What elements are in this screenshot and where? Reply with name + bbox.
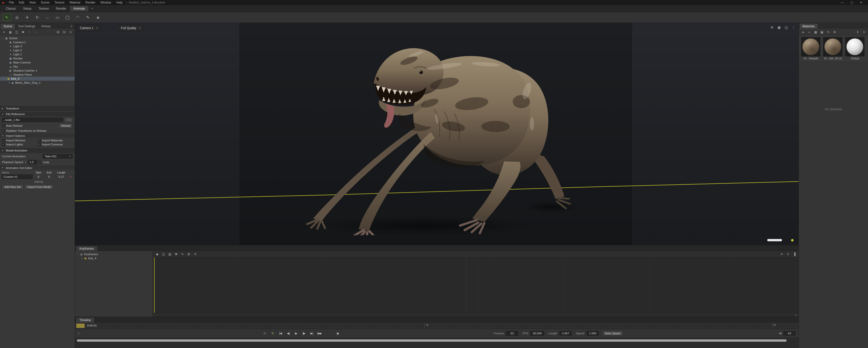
- collapse-all-icon[interactable]: ⊟: [63, 30, 66, 34]
- add-key-icon[interactable]: ◆: [155, 252, 159, 256]
- move-up-icon[interactable]: ↑: [28, 30, 31, 34]
- delete-key-icon[interactable]: ✖: [174, 252, 178, 256]
- menu-material[interactable]: Material: [67, 1, 83, 5]
- duplicate-icon[interactable]: ◫: [15, 30, 19, 34]
- visibility-icon[interactable]: ◦: [69, 82, 70, 84]
- rotate-tool[interactable]: ↻: [33, 14, 41, 21]
- keyframes-root-item[interactable]: − ▤ Keyframes: [75, 252, 153, 256]
- visibility-icon[interactable]: ◦: [69, 57, 70, 60]
- expander-icon[interactable]: +: [8, 82, 11, 84]
- tab-keyframes[interactable]: Keyframes: [76, 246, 97, 251]
- visibility-icon[interactable]: ◦: [69, 41, 70, 44]
- checker-icon[interactable]: ▦: [814, 30, 817, 34]
- lock-icon[interactable]: ◦: [72, 69, 73, 72]
- tree-item-light-3[interactable]: ☀ Light 3 ◦◦: [0, 44, 75, 48]
- trim-button[interactable]: ✂: [261, 330, 268, 336]
- tree-item-kick-4[interactable]: − ▣ kick_4 ◦◦: [0, 76, 75, 81]
- material-item[interactable]: Default: [845, 37, 865, 60]
- preview-sphere-icon[interactable]: ◐: [808, 30, 811, 34]
- curve-editor-icon[interactable]: ✎: [181, 252, 184, 256]
- tree-item-shadow-catcher[interactable]: ◧ Shadow Catcher 1 ◦◦: [0, 68, 75, 72]
- set-start-value[interactable]: 0: [34, 175, 43, 178]
- minimize-button[interactable]: —: [841, 1, 844, 4]
- reload-button[interactable]: Reload: [59, 123, 73, 128]
- close-button[interactable]: ✕: [860, 1, 862, 4]
- lock-icon[interactable]: ◦: [72, 73, 73, 76]
- loop-checkbox[interactable]: ✓ Loop: [39, 161, 49, 164]
- quality-select[interactable]: Full Quality ▾: [118, 25, 144, 31]
- import-from-model-button[interactable]: Import From Model: [25, 185, 53, 189]
- viewport-settings-icon[interactable]: ⚙: [771, 26, 774, 29]
- lock-icon[interactable]: ◦: [72, 65, 73, 68]
- frame-numbers-icon[interactable]: #: [786, 252, 790, 256]
- drag-tool[interactable]: ◎: [13, 14, 21, 21]
- delete-icon[interactable]: ✖: [21, 30, 25, 34]
- import-cameras-checkbox[interactable]: ✓ Import Cameras: [38, 143, 73, 146]
- fbx-path-input[interactable]: ../walk_1.fbx: [2, 118, 63, 122]
- import-materials-checkbox[interactable]: ✓ Import Materials: [38, 139, 73, 142]
- tab-scene[interactable]: Scene: [1, 24, 15, 29]
- transform-section-header[interactable]: ▶ Transform: [0, 106, 75, 111]
- visibility-icon[interactable]: ◦: [69, 73, 70, 76]
- animation-set-editor-header[interactable]: ▼ Animation Set Editor: [0, 166, 75, 170]
- loop-button[interactable]: ↻: [269, 330, 276, 336]
- view-scale-indicator[interactable]: [767, 239, 782, 241]
- visibility-icon[interactable]: ◦: [69, 45, 70, 48]
- timeline-ruler[interactable]: 0:00.01 1s 2s: [75, 323, 799, 329]
- lasso-tool[interactable]: ◠: [73, 14, 82, 21]
- auto-reload-checkbox[interactable]: ✓ Auto-Reload: [2, 124, 22, 127]
- expander-icon[interactable]: +: [81, 257, 84, 260]
- play-fast-button[interactable]: ▶▶: [316, 330, 323, 336]
- refresh-materials-icon[interactable]: ↻: [827, 30, 830, 34]
- tab-materials[interactable]: Materials: [800, 24, 818, 29]
- import-meshes-checkbox[interactable]: ✓ Import Meshes: [2, 139, 37, 142]
- marquee-rect-tool[interactable]: ▭: [53, 14, 62, 21]
- material-list-view-icon[interactable]: ≡: [862, 30, 866, 34]
- import-lights-checkbox[interactable]: ✓ Import Lights: [2, 143, 37, 146]
- menu-view[interactable]: View: [27, 1, 38, 5]
- set-end-value[interactable]: 5: [44, 175, 54, 178]
- material-item[interactable]: 01 - Def...82 (1): [823, 37, 843, 60]
- bake-speed-button[interactable]: Bake Speed: [602, 331, 623, 336]
- visibility-icon[interactable]: ◦: [69, 37, 70, 40]
- marquee-ellipse-tool[interactable]: ◯: [63, 14, 72, 21]
- tree-item-scene[interactable]: − ▦ Scene ◦◦: [0, 36, 75, 40]
- menu-help[interactable]: Help: [114, 1, 125, 5]
- visibility-icon[interactable]: ◦: [69, 65, 70, 68]
- snap-keys-icon[interactable]: ⊞: [187, 252, 191, 256]
- keyframes-item-kick-4[interactable]: + ▣ kick_4: [75, 256, 153, 260]
- scale-tool[interactable]: ↔: [43, 14, 52, 21]
- playback-speed-input[interactable]: 1.0: [28, 160, 37, 164]
- workspace-tab-setup[interactable]: Setup: [20, 6, 35, 11]
- menu-scene[interactable]: Scene: [38, 1, 52, 5]
- end-frame-value[interactable]: 62: [783, 331, 796, 336]
- visibility-icon[interactable]: ◦: [69, 69, 70, 72]
- focus-tool[interactable]: ◈: [94, 14, 102, 21]
- lock-icon[interactable]: ◦: [72, 61, 73, 64]
- timeline-playhead[interactable]: [76, 323, 85, 328]
- model-animation-section-header[interactable]: ▼ Model Animation: [0, 148, 75, 153]
- new-material-icon[interactable]: ●: [801, 30, 805, 34]
- visibility-icon[interactable]: ◦: [69, 49, 70, 52]
- copy-key-icon[interactable]: ◫: [162, 252, 165, 256]
- menu-texture[interactable]: Texture: [52, 1, 67, 5]
- expander-icon[interactable]: −: [4, 77, 7, 80]
- visibility-icon[interactable]: ◦: [69, 77, 70, 80]
- paste-key-icon[interactable]: ▥: [168, 252, 172, 256]
- workspace-tab-render[interactable]: Render: [53, 6, 70, 11]
- step-back-button[interactable]: ◀|: [285, 330, 291, 336]
- visibility-icon[interactable]: ◦: [69, 53, 70, 56]
- timeline-zoom-scrollbar[interactable]: [77, 339, 786, 342]
- alien-creature-model[interactable]: [303, 43, 586, 235]
- add-folder-icon[interactable]: ▣: [9, 30, 12, 34]
- menu-render[interactable]: Render: [83, 1, 97, 5]
- material-settings-icon[interactable]: ⚙: [833, 30, 836, 34]
- import-options-header[interactable]: ▼ Import Options: [0, 133, 75, 137]
- set-name-input[interactable]: Custom #1: [2, 175, 33, 179]
- step-forward-button[interactable]: |▶: [301, 330, 307, 336]
- menu-window[interactable]: Window: [98, 1, 114, 5]
- length-value[interactable]: 2.067: [560, 331, 572, 336]
- replace-transforms-checkbox[interactable]: ✓ Replace Transforms on Reload: [2, 129, 46, 132]
- file-reference-section-header[interactable]: ▼ File Reference: [0, 112, 75, 116]
- more-options-icon[interactable]: ⋮: [792, 26, 795, 29]
